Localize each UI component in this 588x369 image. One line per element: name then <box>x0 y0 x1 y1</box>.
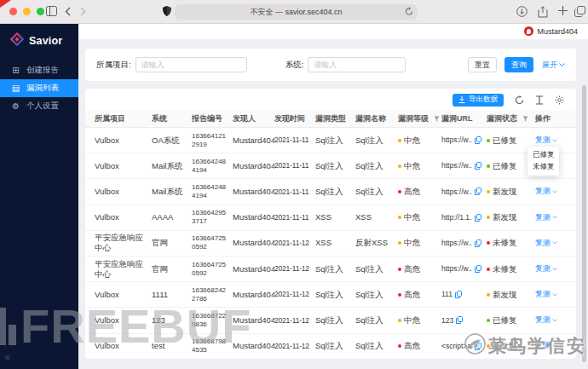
cell-system: 官网 <box>152 238 192 248</box>
user-avatar <box>524 26 533 36</box>
system-filter-input[interactable] <box>308 57 406 72</box>
privacy-shield-icon[interactable] <box>163 6 171 16</box>
brand-logo-icon <box>10 32 24 49</box>
user-menu[interactable]: Mustard404 <box>524 26 578 36</box>
copy-icon[interactable] <box>475 187 481 195</box>
col-header-system: 系统 <box>152 114 192 124</box>
cell-project: Vulbox <box>95 290 152 300</box>
sidebar-item-create-report[interactable]: ⊞ 创建报告 <box>0 61 78 79</box>
sidebar-menu: ⊞ 创建报告 ▤ 漏洞列表 ⚙ 个人设置 <box>0 61 78 115</box>
copy-icon[interactable] <box>456 316 463 324</box>
chevron-down-icon <box>552 268 557 271</box>
cell-project: 平安应急响应中心 <box>95 233 152 253</box>
query-button[interactable]: 查询 <box>504 57 533 72</box>
copy-icon[interactable] <box>475 136 481 144</box>
reload-page-icon[interactable] <box>405 7 413 16</box>
col-header-project: 所属项目 <box>95 114 152 124</box>
copy-icon[interactable] <box>475 265 481 273</box>
forward-button[interactable] <box>80 7 86 16</box>
cell-name: Sql注入 <box>355 290 398 300</box>
col-header-level: 漏洞等级 <box>398 114 429 124</box>
copy-icon[interactable] <box>475 343 481 350</box>
list-icon: ▤ <box>11 84 20 93</box>
column-settings-icon[interactable] <box>555 95 564 105</box>
level-dot <box>398 268 401 271</box>
cell-url: https://w... <box>441 264 487 274</box>
cell-report-no: 1636642953717 <box>192 209 233 226</box>
retest-dropdown-menu: 已修复 未修复 <box>527 147 559 176</box>
cell-level: 高危 <box>398 341 441 351</box>
cell-status: 未修复 <box>487 264 535 274</box>
dropdown-item-unfixed[interactable]: 未修复 <box>527 161 559 173</box>
sidebar-item-label: 漏洞列表 <box>26 83 59 94</box>
dropdown-item-fixed[interactable]: 已修复 <box>527 149 559 161</box>
retest-link[interactable]: 复测 <box>535 135 564 145</box>
copy-icon[interactable] <box>455 291 462 298</box>
cell-url: 123 <box>441 316 487 326</box>
expand-filters-link[interactable]: 展开 <box>542 60 565 71</box>
export-data-button[interactable]: 导出数据 <box>453 94 504 107</box>
copy-icon[interactable] <box>475 239 481 247</box>
minimize-window-button[interactable] <box>23 8 31 15</box>
sidebar-item-vuln-list[interactable]: ▤ 漏洞列表 <box>0 79 78 97</box>
sidebar-item-personal-settings[interactable]: ⚙ 个人设置 <box>0 97 78 115</box>
refresh-icon[interactable] <box>515 95 524 105</box>
cell-system: 1111 <box>152 290 192 300</box>
window-controls <box>9 8 44 15</box>
address-bar[interactable]: 不安全 — savior.sec404.cn <box>175 4 418 20</box>
cell-project: Vulbox <box>95 135 152 146</box>
tab-overview-icon[interactable] <box>574 6 585 17</box>
cell-finder: Mustard404 <box>233 290 274 300</box>
share-icon[interactable] <box>538 6 548 18</box>
vuln-table-card: 导出数据 所属项目 系统 报告编号 发现人 发现时间 漏洞类型 漏洞名称 漏洞等… <box>85 89 576 359</box>
sidebar-toggle-icon[interactable] <box>46 6 57 16</box>
project-filter-input[interactable] <box>135 57 247 72</box>
zoom-window-button[interactable] <box>37 8 44 15</box>
col-header-found-time: 发现时间 <box>274 114 315 124</box>
cell-level: 高危 <box>398 290 441 300</box>
level-filter-funnel-icon[interactable] <box>434 116 440 122</box>
cell-action: 复测 <box>535 341 569 350</box>
download-icon <box>458 96 465 104</box>
retest-link[interactable]: 复测 <box>535 341 564 350</box>
cell-report-no: 1636687220836 <box>192 312 233 329</box>
retest-link[interactable]: 复测 <box>535 239 564 248</box>
cell-level: 中危 <box>398 212 441 222</box>
cell-url: https://w... <box>441 187 487 197</box>
filter-bar: 所属项目: 系统: 重置 查询 展开 <box>85 49 576 81</box>
cell-type: Sql注入 <box>315 290 355 300</box>
retest-link[interactable]: 复测 <box>535 315 564 325</box>
cell-found-time: 2021-11-12 <box>274 264 315 274</box>
retest-link[interactable]: 复测 <box>535 290 564 299</box>
copy-icon[interactable] <box>475 162 481 170</box>
retest-link[interactable]: 复测 <box>535 264 564 274</box>
retest-link[interactable]: 复测 <box>535 187 564 196</box>
table-row: Vulbox Mail系统 1636642484194 Mustard404 2… <box>85 179 576 205</box>
close-window-button[interactable] <box>9 8 17 15</box>
reset-button[interactable]: 重置 <box>468 57 497 72</box>
status-dot <box>487 164 490 168</box>
col-header-type: 漏洞类型 <box>315 114 355 124</box>
level-dot <box>398 293 401 297</box>
density-icon[interactable] <box>535 95 544 105</box>
cell-name: 反射XSS <box>355 238 398 248</box>
table-toolbar: 导出数据 <box>85 89 576 111</box>
cell-finder: Mustard404 <box>233 187 274 197</box>
sidebar-collapse-icon[interactable]: ≡ <box>5 353 10 362</box>
level-dot <box>398 319 401 322</box>
status-filter-funnel-icon[interactable] <box>522 116 528 122</box>
cell-url: https://w... <box>441 161 487 170</box>
level-dot <box>398 344 401 348</box>
chevron-down-icon <box>552 293 557 297</box>
retest-link[interactable]: 复测 <box>535 213 564 222</box>
downloads-icon[interactable] <box>516 6 527 17</box>
cell-status: 已修复 <box>487 135 535 146</box>
cell-level: 中危 <box>398 238 441 248</box>
cell-project: Vulbox <box>95 187 152 197</box>
back-button[interactable] <box>65 7 71 16</box>
cell-action: 复测 <box>535 187 569 196</box>
new-tab-icon[interactable] <box>557 5 568 16</box>
copy-icon[interactable] <box>475 214 481 222</box>
page-scrollbar[interactable] <box>582 85 586 362</box>
cell-type: Sql注入 <box>315 161 355 171</box>
